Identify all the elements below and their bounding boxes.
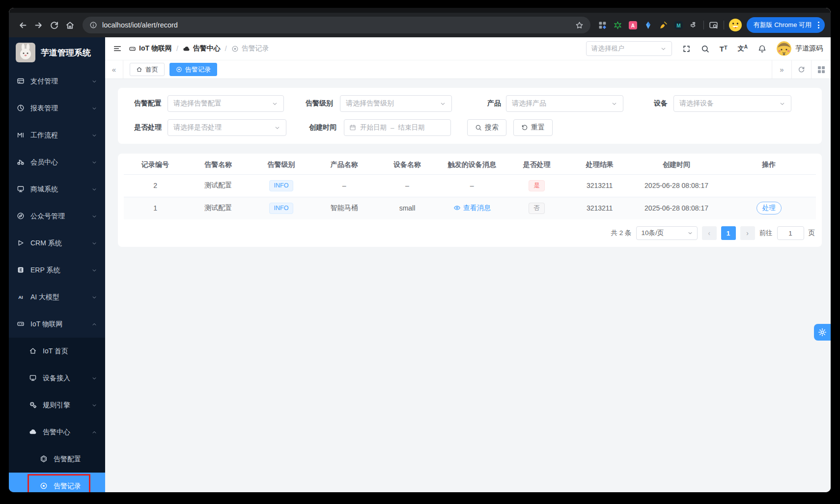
screenshot-frame: localhost/iot/alert/record A [0,0,840,504]
cell-result: 3213211 [568,197,631,219]
refresh-page-icon[interactable] [791,60,811,79]
page-1-button[interactable]: 1 [721,226,736,240]
chevron-down-icon [91,159,97,165]
extension-kite-icon[interactable] [644,21,653,29]
reset-button[interactable]: 重置 [513,119,553,136]
breadcrumb-label: IoT 物联网 [139,44,172,53]
collapse-menu-icon[interactable] [113,44,122,53]
notification-bell-icon[interactable] [758,45,766,53]
chevron-down-icon [91,375,97,381]
browser-menu-icon[interactable] [815,22,822,28]
alert-level-select[interactable]: 请选择告警级别 [340,95,452,112]
extension-broom-icon[interactable] [659,21,668,29]
language-icon[interactable]: 文A [738,44,748,53]
cell-product-name: – [313,174,376,197]
extension-m-badge-icon[interactable]: M [674,21,683,29]
cell-alert-name: 测试配置 [187,174,250,197]
app-logo-row[interactable]: 芋道管理系统 [9,37,105,68]
browser-window: localhost/iot/alert/record A [9,8,831,492]
sidebar-item-alert-center[interactable]: 告警中心 [9,419,105,446]
product-select[interactable]: 请选择产品 [506,95,623,112]
back-icon[interactable] [15,17,30,33]
extension-grid-icon[interactable] [598,21,607,29]
sidebar-item-report[interactable]: 报表管理 [9,95,105,122]
sidebar-item-label: 会员中心 [30,158,88,167]
forward-icon[interactable] [30,17,46,33]
chevron-down-icon [91,294,97,300]
extension-translate-icon[interactable]: A [629,21,638,29]
svg-text:M: M [676,23,680,28]
extensions-puzzle-icon[interactable] [690,21,699,29]
app-shell: 芋道管理系统 支付管理报表管理工作流程会员中心商城系统公众号管理CRM 系统ER… [9,37,831,492]
browser-tabstrip [9,8,831,13]
tab-告警记录[interactable]: 告警记录 [169,63,217,76]
sidebar-item-erp[interactable]: ERP 系统 [9,257,105,284]
date-end-placeholder: 结束日期 [398,123,425,132]
bookmark-star-icon[interactable] [575,21,584,29]
sidebar-item-workflow[interactable]: 工作流程 [9,122,105,149]
sidebar-item-ai[interactable]: AIAI 大模型 [9,284,105,311]
sidebar-item-official-account[interactable]: 公众号管理 [9,203,105,230]
prev-page-button[interactable]: ‹ [702,226,717,240]
sidebar-item-device-access[interactable]: 设备接入 [9,365,105,392]
site-info-icon[interactable] [89,21,97,29]
goto-page-input[interactable] [777,226,804,240]
sidebar-item-member[interactable]: 会员中心 [9,149,105,176]
created-date-range[interactable]: 开始日期 – 结束日期 [344,119,451,136]
sidebar-item-iot-home[interactable]: IoT 首页 [9,338,105,365]
sidebar-item-payment[interactable]: 支付管理 [9,68,105,95]
filter-label-device: 设备 [652,99,668,108]
chevron-down-icon [91,186,97,192]
total-count: 共 2 条 [611,229,631,238]
sidebar-item-alert-record[interactable]: 告警记录 [9,473,105,492]
breadcrumb-item[interactable]: 告警中心 [183,44,221,53]
view-message-link[interactable]: 查看消息 [453,204,491,212]
sidebar-menu: 支付管理报表管理工作流程会员中心商城系统公众号管理CRM 系统ERP 系统AIA… [9,68,105,492]
cell-result: 3213211 [568,174,631,197]
screen-search-icon[interactable] [706,17,722,33]
profile-avatar[interactable] [729,19,742,31]
device-icon [29,374,37,382]
sidebar-item-iot[interactable]: IoT 物联网 [9,311,105,338]
tenant-select[interactable]: 请选择租户 [586,41,672,56]
cell-device-name: – [376,174,439,197]
address-bar[interactable]: localhost/iot/alert/record [83,17,590,33]
tab-options-grid-icon[interactable] [811,60,831,79]
product-placeholder: 请选择产品 [512,99,546,108]
tabs-scroll-left-icon[interactable]: « [105,60,123,79]
filter-label-alert-config: 告警配置 [128,99,162,108]
cell-action [722,174,816,197]
date-separator: – [391,124,394,132]
search-button-label: 搜索 [485,123,499,132]
page-size-select[interactable]: 10条/页 [636,226,698,240]
search-icon[interactable] [701,45,709,53]
pagination: 共 2 条 10条/页 ‹ 1 › 前往 页 [124,219,816,247]
user-menu[interactable]: 芋道源码 [777,41,823,56]
handled-select[interactable]: 请选择是否处理 [168,119,286,136]
tab-首页[interactable]: 首页 [130,63,165,76]
extension-star-icon[interactable] [614,21,622,29]
device-select[interactable]: 请选择设备 [673,95,791,112]
tabs-scroll-right-icon[interactable]: » [772,60,791,79]
reload-icon[interactable] [46,17,62,33]
sidebar-item-alert-config[interactable]: 告警配置 [9,446,105,473]
alert-level-placeholder: 请选择告警级别 [346,99,394,108]
breadcrumb-item[interactable]: IoT 物联网 [129,44,172,53]
theme-settings-gear-icon[interactable] [814,324,831,341]
chrome-update-chip[interactable]: 有新版 Chrome 可用 [747,17,825,33]
extensions-row: A M [598,21,699,29]
sidebar-item-mall[interactable]: 商城系统 [9,176,105,203]
workflow-icon [17,131,25,139]
breadcrumb-separator: / [225,45,227,53]
next-page-button[interactable]: › [740,226,755,240]
sidebar-item-crm[interactable]: CRM 系统 [9,230,105,257]
home-icon[interactable] [62,17,78,33]
search-button[interactable]: 搜索 [467,119,506,136]
sidebar-item-label: 规则引擎 [43,401,88,410]
font-size-icon[interactable]: TT [720,45,728,53]
handle-button[interactable]: 处理 [756,202,782,214]
alert-config-select[interactable]: 请选择告警配置 [168,95,284,112]
fullscreen-icon[interactable] [682,45,691,53]
table-row: 2测试配置INFO–––是32132112025-06-28 08:08:17 [124,174,816,197]
sidebar-item-rule-engine[interactable]: 规则引擎 [9,392,105,419]
